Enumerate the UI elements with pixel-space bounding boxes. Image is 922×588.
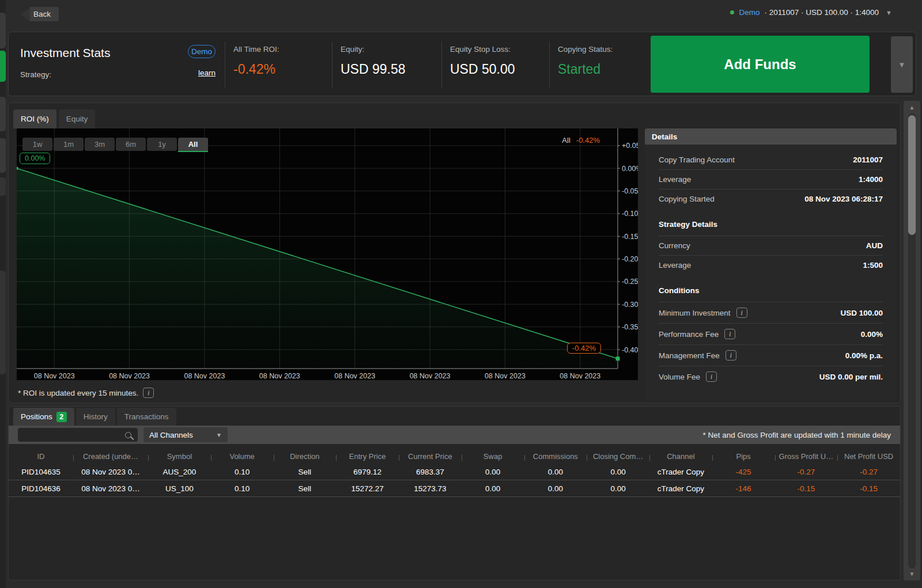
range-button-1w[interactable]: 1w bbox=[22, 138, 52, 151]
details-row-label: Copy Trading Account bbox=[659, 155, 735, 164]
search-input[interactable] bbox=[22, 431, 125, 439]
details-label-text: Leverage bbox=[659, 175, 691, 184]
details-row-label: Management Feei bbox=[659, 350, 736, 361]
svg-text:08 Nov 2023: 08 Nov 2023 bbox=[34, 372, 75, 380]
table-cell: 0.00 bbox=[462, 484, 524, 493]
edge-card-stub bbox=[0, 177, 6, 196]
range-button-all[interactable]: All bbox=[178, 138, 208, 152]
stat-block: Copying Status:Started bbox=[549, 41, 651, 89]
left-edge-strip bbox=[0, 0, 6, 588]
time-range-buttons: 1w1m3m6m1yAll bbox=[22, 138, 208, 152]
details-card-title: Details bbox=[645, 128, 897, 145]
table-cell: 08 Nov 2023 0… bbox=[73, 484, 148, 493]
range-button-1y[interactable]: 1y bbox=[147, 138, 177, 151]
tab-label: History bbox=[84, 412, 108, 421]
roi-chart: +0.05%0.00%-0.05%-0.10%-0.15%-0.20%-0.25… bbox=[17, 128, 638, 380]
stat-value: -0.42% bbox=[233, 62, 332, 77]
legend-series-name: All bbox=[562, 136, 570, 145]
strategy-learn-link[interactable]: learn bbox=[187, 69, 216, 77]
details-row-value: 0.00% p.a. bbox=[845, 351, 883, 360]
details-row-value: 1:4000 bbox=[859, 175, 883, 184]
table-cell: -0.27 bbox=[775, 468, 838, 476]
table-row[interactable]: PID10463608 Nov 2023 0…US_1000.10Sell152… bbox=[9, 480, 900, 497]
search-box[interactable] bbox=[18, 428, 138, 442]
stat-label: Equity: bbox=[341, 45, 441, 54]
info-icon[interactable]: i bbox=[725, 350, 736, 361]
scrollbar-thumb[interactable] bbox=[908, 115, 916, 235]
table-cell: 6979.12 bbox=[336, 468, 399, 476]
column-header: Pips bbox=[712, 452, 775, 461]
tab-transactions[interactable]: Transactions bbox=[117, 408, 176, 426]
scrollbar-up-icon[interactable]: ▲ bbox=[904, 104, 920, 111]
details-row-value: USD 0.00 per mil. bbox=[819, 373, 883, 381]
add-funds-dropdown-button[interactable]: ▼ bbox=[891, 36, 913, 93]
info-icon[interactable]: i bbox=[706, 371, 717, 382]
svg-text:-0.40%: -0.40% bbox=[622, 346, 638, 354]
details-row-label: Leverage bbox=[659, 261, 691, 270]
tab-history[interactable]: History bbox=[76, 408, 115, 426]
back-button[interactable]: Back bbox=[21, 7, 59, 21]
edge-card-stub bbox=[0, 13, 6, 48]
svg-text:-0.30%: -0.30% bbox=[622, 301, 638, 309]
details-row-value: 0.00% bbox=[861, 330, 883, 339]
details-row-value: USD 100.00 bbox=[840, 309, 883, 317]
details-label-text: Copy Trading Account bbox=[659, 155, 735, 164]
svg-text:08 Nov 2023: 08 Nov 2023 bbox=[109, 372, 150, 380]
account-info: · 2011007 · USD 100.00 · 1:4000 bbox=[764, 8, 879, 17]
scrollbar[interactable]: ▲ ▼ bbox=[904, 101, 920, 581]
details-label-text: Volume Fee bbox=[659, 373, 700, 381]
table-cell: -146 bbox=[712, 484, 775, 493]
table-body: PID10463508 Nov 2023 0…AUS_2000.10Sell69… bbox=[9, 464, 900, 497]
table-cell: Sell bbox=[274, 484, 337, 493]
chart-and-details-panel: ROI (%)Equity +0.05%0.00%-0.05%-0.10%-0.… bbox=[8, 103, 901, 403]
details-label-text: Management Fee bbox=[659, 351, 720, 360]
strategy-label: Strategy: bbox=[20, 70, 51, 79]
column-header: Gross Profit U… bbox=[775, 452, 838, 461]
stat-block: Equity:USD 99.58 bbox=[332, 41, 441, 89]
svg-text:-0.25%: -0.25% bbox=[622, 278, 638, 286]
range-button-6m[interactable]: 6m bbox=[116, 138, 146, 151]
add-funds-button[interactable]: Add Funds bbox=[651, 36, 870, 93]
channel-filter-value: All Channels bbox=[149, 431, 193, 439]
table-cell: 15272.27 bbox=[336, 484, 399, 493]
tab-label: Transactions bbox=[124, 412, 169, 421]
column-header: Net Profit USD bbox=[837, 452, 900, 461]
chart-tab-equity[interactable]: Equity bbox=[59, 109, 96, 128]
svg-text:08 Nov 2023: 08 Nov 2023 bbox=[334, 372, 375, 380]
info-icon[interactable]: i bbox=[736, 308, 747, 318]
table-cell: -0.15 bbox=[837, 484, 900, 493]
svg-text:0.00%: 0.00% bbox=[622, 165, 638, 173]
details-row-label: Leverage bbox=[659, 175, 691, 184]
table-cell: cTrader Copy bbox=[649, 484, 712, 493]
info-icon[interactable]: i bbox=[724, 329, 735, 339]
table-row[interactable]: PID10463508 Nov 2023 0…AUS_2000.10Sell69… bbox=[9, 464, 900, 480]
table-cell: PID104635 bbox=[9, 468, 73, 476]
details-row: CurrencyAUD bbox=[659, 236, 883, 255]
details-label-text: Currency bbox=[659, 241, 690, 250]
channel-filter-dropdown[interactable]: All Channels ▼ bbox=[143, 427, 228, 442]
range-button-3m[interactable]: 3m bbox=[85, 138, 115, 151]
table-cell: 0.00 bbox=[587, 468, 649, 476]
tab-positions[interactable]: Positions2 bbox=[13, 408, 74, 426]
account-switcher[interactable]: Demo · 2011007 · USD 100.00 · 1:4000 ▼ bbox=[730, 8, 892, 17]
positions-table: IDCreated (unde…SymbolVolumeDirectionEnt… bbox=[9, 449, 900, 497]
chevron-down-icon: ▼ bbox=[216, 432, 222, 438]
details-row-value: 1:500 bbox=[863, 261, 883, 270]
chevron-down-icon: ▼ bbox=[886, 9, 892, 16]
profit-delay-note: * Net and Gross Profit are updated with … bbox=[703, 431, 891, 439]
details-row: Copy Trading Account2011007 bbox=[659, 150, 883, 169]
chart-tab-roi[interactable]: ROI (%) bbox=[13, 109, 56, 128]
positions-tab-bar: Positions2HistoryTransactions bbox=[13, 408, 900, 426]
chart-start-value-badge: 0.00% bbox=[20, 153, 50, 164]
table-cell: cTrader Copy bbox=[649, 468, 712, 476]
tab-label: Positions bbox=[21, 412, 52, 421]
range-button-1m[interactable]: 1m bbox=[54, 138, 84, 151]
table-cell: 0.00 bbox=[524, 484, 587, 493]
account-mode: Demo bbox=[739, 8, 759, 17]
demo-badge: Demo bbox=[188, 45, 216, 58]
svg-text:08 Nov 2023: 08 Nov 2023 bbox=[560, 372, 600, 380]
info-icon[interactable]: i bbox=[143, 388, 154, 398]
details-row-label: Currency bbox=[659, 241, 690, 250]
scrollbar-down-icon[interactable]: ▼ bbox=[904, 571, 920, 577]
details-section-header: Strategy Details bbox=[659, 208, 883, 236]
